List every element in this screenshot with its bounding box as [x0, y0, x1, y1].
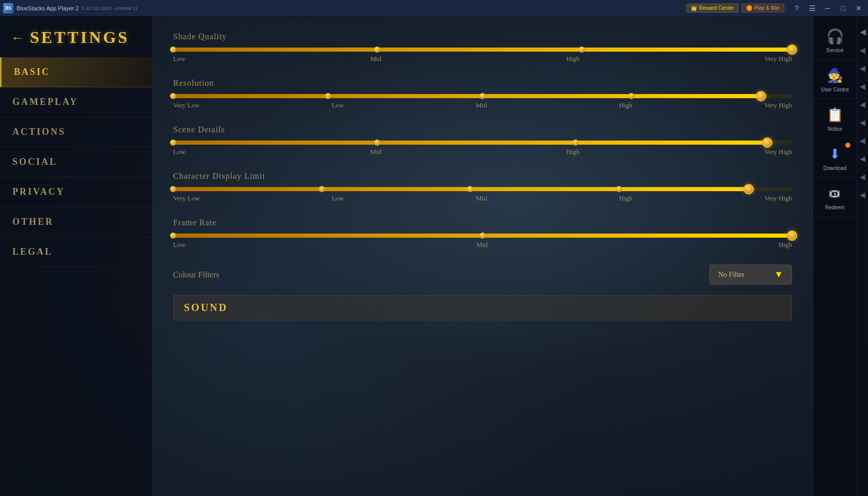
shade-quality-pip-1: [170, 47, 176, 53]
mini-icon-4[interactable]: ◀: [860, 82, 865, 91]
sidebar-item-social[interactable]: SOCIAL: [0, 147, 152, 177]
scene-details-labels: Low Mid High Very High: [173, 148, 792, 156]
resolution-thumb[interactable]: [756, 91, 766, 101]
service-label: Service: [826, 48, 843, 53]
scene-details-slider-container: Scene Details Low Mid High Very High: [173, 125, 792, 156]
reward-center-button[interactable]: 👑 Reward Center: [686, 4, 738, 12]
scene-details-label: Scene Details: [173, 125, 792, 134]
redeem-icon: 🎟: [826, 184, 844, 203]
mini-icon-7[interactable]: ◀: [860, 136, 865, 145]
shade-quality-pip-2: [374, 47, 380, 53]
shade-quality-label: Shade Quality: [173, 32, 792, 41]
sidebar-item-gameplay[interactable]: GAMEPLAY: [0, 87, 152, 117]
close-button[interactable]: ✕: [851, 1, 866, 16]
char-display-slider-container: Character Display Limit Very Low Low Mid…: [173, 172, 792, 203]
mini-icon-5[interactable]: ◀: [860, 100, 865, 109]
mini-icon-9[interactable]: ◀: [860, 173, 865, 181]
maximize-button[interactable]: □: [836, 1, 850, 16]
play-win-button[interactable]: 🟠 Play & Win: [741, 4, 784, 12]
resolution-pip-3: [479, 93, 486, 99]
scene-details-pip-3: [572, 140, 579, 146]
redeem-button[interactable]: 🎟 Redeem: [813, 178, 857, 217]
sidebar-item-legal[interactable]: LEGAL: [0, 237, 152, 267]
settings-header: ← SETTINGS: [0, 22, 152, 57]
resolution-slider-container: Resolution Very Low Low Mid High Very Hi…: [173, 79, 792, 110]
titlebar-controls: 👑 Reward Center 🟠 Play & Win ? ☰ ─ □ ✕: [686, 1, 868, 16]
sidebar: ← SETTINGS BASIC GAMEPLAY ACTIONS SOCIAL…: [0, 17, 152, 496]
mini-sidebar: ◀ ◀ ◀ ◀ ◀ ◀ ◀ ◀ ◀ ◀: [857, 17, 868, 496]
char-display-track[interactable]: [173, 187, 792, 191]
shade-quality-fill: [173, 48, 792, 52]
chevron-down-icon: ▼: [774, 269, 783, 280]
shade-quality-labels: Low Mid High Very High: [173, 55, 792, 63]
scene-details-thumb[interactable]: [762, 137, 772, 148]
char-display-pip-2: [319, 186, 325, 192]
notice-button[interactable]: 📋 Notice: [813, 99, 857, 138]
resolution-fill: [173, 94, 761, 98]
char-display-labels: Very Low Low Mid High Very High: [173, 194, 792, 203]
sidebar-item-actions[interactable]: ACTIONS: [0, 117, 152, 147]
app-version: 5.12.101.1002 · Android 11: [82, 6, 137, 11]
headset-icon: 🎧: [826, 27, 844, 45]
settings-title: SETTINGS: [30, 28, 129, 47]
app-name: BlueStacks App Player 2: [17, 5, 79, 11]
char-display-fill: [173, 187, 749, 191]
mini-icon-2[interactable]: ◀: [860, 46, 865, 55]
back-button[interactable]: ←: [10, 29, 25, 46]
frame-rate-thumb[interactable]: [787, 230, 797, 241]
download-button[interactable]: ⬇ Download: [813, 138, 857, 178]
frame-rate-track[interactable]: [173, 234, 792, 238]
service-button[interactable]: 🎧 Service: [813, 21, 857, 60]
user-centre-button[interactable]: 🧙 User Centre: [813, 60, 857, 99]
right-panel: 🎧 Service 🧙 User Centre 📋 Notice ⬇ Downl…: [813, 17, 857, 496]
scene-details-fill: [173, 141, 767, 145]
titlebar: BS BlueStacks App Player 2 5.12.101.1002…: [0, 0, 868, 17]
scene-details-pip-1: [170, 140, 176, 146]
colour-filters-row: Colour Filters No Filter ▼: [173, 265, 792, 285]
colour-filter-value: No Filter: [718, 271, 745, 279]
download-icon: ⬇: [826, 145, 844, 163]
colour-filter-select[interactable]: No Filter ▼: [709, 265, 792, 285]
app-icon: BS: [3, 3, 13, 13]
sound-section-header: SOUND: [173, 295, 792, 320]
mini-icon-10[interactable]: ◀: [860, 191, 865, 199]
download-label: Download: [824, 165, 846, 171]
mini-icon-8[interactable]: ◀: [860, 154, 865, 163]
main-area: ← SETTINGS BASIC GAMEPLAY ACTIONS SOCIAL…: [0, 17, 868, 496]
frame-rate-label: Frame Rate: [173, 218, 792, 227]
char-display-thumb[interactable]: [743, 184, 754, 194]
redeem-label: Redeem: [825, 205, 845, 210]
char-display-label: Character Display Limit: [173, 172, 792, 181]
frame-rate-pip-2: [479, 233, 486, 239]
menu-button[interactable]: ☰: [805, 1, 819, 16]
help-button[interactable]: ?: [789, 1, 804, 16]
user-centre-label: User Centre: [821, 87, 849, 92]
orange-circle-icon: 🟠: [746, 5, 752, 11]
resolution-pip-4: [628, 93, 634, 99]
scene-details-pip-2: [374, 140, 380, 146]
sidebar-item-basic[interactable]: BASIC: [0, 57, 152, 87]
shade-quality-track[interactable]: [173, 48, 792, 52]
shade-quality-thumb[interactable]: [787, 44, 797, 55]
mini-icon-1[interactable]: ◀: [860, 27, 866, 37]
frame-rate-pip-1: [170, 233, 176, 239]
minimize-button[interactable]: ─: [820, 1, 835, 16]
resolution-labels: Very Low Low Mid High Very High: [173, 101, 792, 110]
mini-icon-6[interactable]: ◀: [860, 118, 865, 127]
char-display-pip-4: [616, 186, 622, 192]
frame-rate-slider-container: Frame Rate Low Mid High: [173, 218, 792, 249]
sidebar-item-privacy[interactable]: PRIVACY: [0, 177, 152, 207]
wizard-icon: 🧙: [826, 66, 844, 85]
notification-dot: [845, 143, 850, 148]
char-display-pip-1: [170, 186, 176, 192]
sidebar-item-other[interactable]: OTHER: [0, 207, 152, 237]
resolution-pip-2: [325, 93, 331, 99]
char-display-pip-3: [467, 186, 473, 192]
scene-details-track[interactable]: [173, 141, 792, 145]
content-area: Shade Quality Low Mid High Very High Res…: [152, 17, 813, 496]
resolution-pip-1: [170, 93, 176, 99]
resolution-track[interactable]: [173, 94, 792, 98]
shade-quality-slider-container: Shade Quality Low Mid High Very High: [173, 32, 792, 63]
mini-icon-3[interactable]: ◀: [860, 64, 865, 73]
notice-label: Notice: [828, 126, 842, 132]
